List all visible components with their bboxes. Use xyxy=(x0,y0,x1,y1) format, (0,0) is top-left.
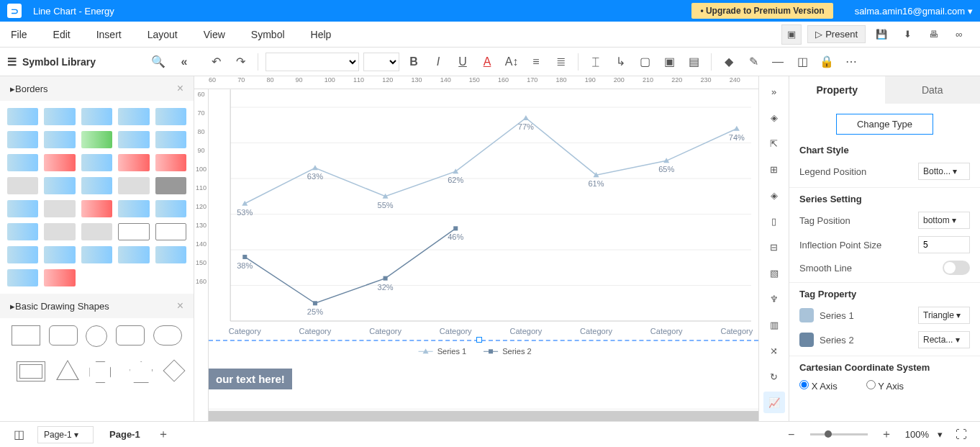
image-icon[interactable]: ▧ xyxy=(763,262,785,284)
redo-button[interactable]: ↷ xyxy=(230,52,250,72)
border-shape[interactable] xyxy=(44,223,75,240)
save-icon[interactable]: 💾 xyxy=(871,24,891,45)
border-shape[interactable] xyxy=(44,177,75,194)
connector-tool[interactable]: ↳ xyxy=(610,52,630,72)
expand-panel-icon[interactable]: » xyxy=(763,81,785,102)
line-color-button[interactable]: ✎ xyxy=(743,52,763,72)
border-shape[interactable] xyxy=(44,269,75,286)
y-axis-radio[interactable]: Y Axis xyxy=(866,380,904,392)
border-shape[interactable] xyxy=(81,177,112,194)
shape-diamond[interactable] xyxy=(163,359,185,381)
border-shape[interactable] xyxy=(44,108,75,125)
shape-rounded-rect-2[interactable] xyxy=(116,325,145,346)
layers-icon[interactable]: ◈ xyxy=(763,184,785,206)
search-icon[interactable]: 🔍 xyxy=(148,52,168,72)
page-icon[interactable]: ▯ xyxy=(763,210,785,232)
add-page-button[interactable]: ＋ xyxy=(153,425,173,445)
slideshow-icon[interactable]: ▣ xyxy=(781,24,802,45)
tab-data[interactable]: Data xyxy=(885,76,981,104)
user-menu[interactable]: salma.amin16@gmail.com▾ xyxy=(855,6,973,17)
border-shape[interactable] xyxy=(118,223,149,240)
font-family-select[interactable] xyxy=(266,53,359,71)
shape-frame[interactable] xyxy=(17,361,45,381)
border-shape[interactable] xyxy=(44,131,75,148)
border-shape[interactable] xyxy=(81,154,112,171)
share-icon[interactable]: ∞ xyxy=(949,24,969,45)
download-icon[interactable]: ⬇ xyxy=(897,24,917,45)
text-tool[interactable]: ⌶ xyxy=(586,52,606,72)
border-shape[interactable] xyxy=(44,200,75,217)
text-direction-button[interactable]: A↕ xyxy=(502,52,522,72)
border-shape[interactable] xyxy=(7,223,38,240)
fill-button[interactable]: ◆ xyxy=(719,52,739,72)
border-shape[interactable] xyxy=(155,200,186,217)
canvas[interactable]: 53%63%55%62%77%61%65%74%38%25%32%46%Cate… xyxy=(209,89,758,408)
tag-position-select[interactable]: bottom ▾ xyxy=(918,212,970,229)
border-shape[interactable] xyxy=(81,246,112,263)
border-shape[interactable] xyxy=(81,223,112,240)
history-icon[interactable]: ↻ xyxy=(763,366,785,387)
menu-layout[interactable]: Layout xyxy=(148,29,178,40)
theme-icon[interactable]: ◈ xyxy=(763,107,785,128)
border-shape[interactable] xyxy=(81,108,112,125)
print-icon[interactable]: 🖶 xyxy=(923,24,943,45)
border-shape[interactable] xyxy=(7,200,38,217)
border-shape[interactable] xyxy=(118,154,149,171)
border-shape[interactable] xyxy=(7,246,38,263)
border-shape[interactable] xyxy=(7,108,38,125)
border-shape[interactable] xyxy=(155,177,186,194)
upgrade-button[interactable]: • Upgrade to Premium Version xyxy=(691,3,832,19)
border-shape[interactable] xyxy=(155,108,186,125)
smooth-line-toggle[interactable] xyxy=(943,261,970,275)
border-shape[interactable] xyxy=(118,200,149,217)
border-shape[interactable] xyxy=(155,131,186,148)
zoom-in-button[interactable]: ＋ xyxy=(876,425,897,445)
border-shape[interactable] xyxy=(81,200,112,217)
border-shape[interactable] xyxy=(155,246,186,263)
undo-button[interactable]: ↶ xyxy=(206,52,226,72)
export-icon[interactable]: ⇱ xyxy=(763,132,785,154)
menu-insert[interactable]: Insert xyxy=(96,29,122,40)
text-placeholder[interactable]: our text here! xyxy=(209,369,292,389)
close-icon[interactable]: × xyxy=(177,299,183,312)
border-shape[interactable] xyxy=(44,246,75,263)
series2-marker-select[interactable]: Recta... ▾ xyxy=(918,331,970,348)
line-chart[interactable]: 53%63%55%62%77%61%65%74%38%25%32%46%Cate… xyxy=(209,89,758,408)
menu-file[interactable]: File xyxy=(11,29,27,40)
tab-property[interactable]: Property xyxy=(789,76,885,104)
border-shape[interactable] xyxy=(7,269,38,286)
underline-button[interactable]: U xyxy=(453,52,473,72)
border-shape[interactable] xyxy=(7,131,38,148)
align-h-button[interactable]: ≡ xyxy=(526,52,546,72)
category-basic-shapes[interactable]: ▸ Basic Drawing Shapes× xyxy=(0,294,194,318)
menu-symbol[interactable]: Symbol xyxy=(251,29,285,40)
border-shape[interactable] xyxy=(81,131,112,148)
shape-triangle[interactable] xyxy=(56,360,79,380)
shape-octagon[interactable] xyxy=(89,361,111,383)
font-size-select[interactable] xyxy=(363,53,399,71)
fullscreen-icon[interactable]: ⛶ xyxy=(951,425,971,445)
border-shape[interactable] xyxy=(155,154,186,171)
grid-icon[interactable]: ⊞ xyxy=(763,158,785,180)
border-shape[interactable] xyxy=(118,131,149,148)
shape-rounded-rect[interactable] xyxy=(49,325,78,346)
align-v-button[interactable]: ≣ xyxy=(550,52,571,72)
tree-icon[interactable]: ♆ xyxy=(763,288,785,310)
border-shape[interactable] xyxy=(118,108,149,125)
shuffle-icon[interactable]: ⤨ xyxy=(763,340,785,361)
zoom-slider[interactable] xyxy=(810,433,868,435)
shape-rectangle[interactable] xyxy=(12,325,40,346)
x-axis-radio[interactable]: X Axis xyxy=(799,380,838,392)
border-shape[interactable] xyxy=(118,177,149,194)
series1-marker-select[interactable]: Triangle ▾ xyxy=(918,307,970,324)
shadow-button[interactable]: ◫ xyxy=(792,52,812,72)
page-tab[interactable]: Page-1 xyxy=(109,429,140,440)
outline-icon[interactable]: ◫ xyxy=(9,425,29,445)
close-icon[interactable]: × xyxy=(177,82,183,95)
data-icon[interactable]: ⊟ xyxy=(763,236,785,258)
collapse-icon[interactable]: « xyxy=(174,52,194,72)
border-shape[interactable] xyxy=(7,177,38,194)
shape-pentagon[interactable] xyxy=(130,361,153,383)
border-shape[interactable] xyxy=(7,154,38,171)
horizontal-scrollbar[interactable] xyxy=(209,411,758,421)
